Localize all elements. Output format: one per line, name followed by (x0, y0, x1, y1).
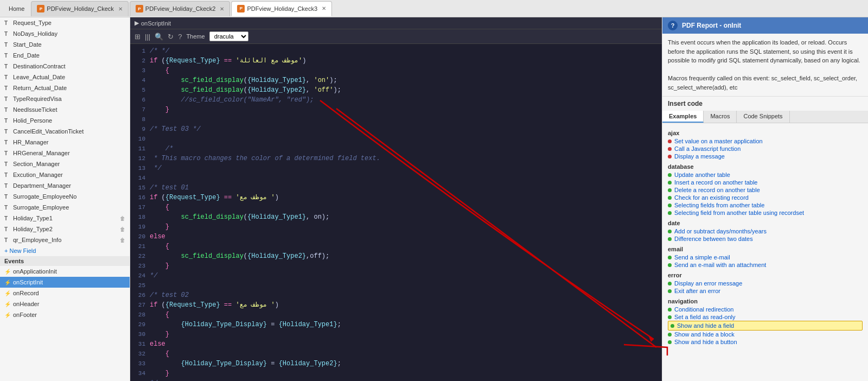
sidebar-field-Section_Manager[interactable]: T Section_Manager (0, 158, 130, 169)
example-set-value-master[interactable]: Set value on a master application (668, 137, 863, 145)
tab-2[interactable]: P PDFview_Holiday_Ckeck2 ✕ (130, 1, 231, 16)
sidebar-event-onHeader[interactable]: ⚡ onHeader (0, 299, 130, 309)
add-field-button[interactable]: + New Field (0, 245, 130, 256)
example-display-message[interactable]: Display a message (668, 153, 863, 160)
delete-field-icon[interactable]: 🗑 (120, 226, 125, 232)
help-badge[interactable]: ? (668, 21, 678, 30)
code-line-13: 13 */ (130, 163, 662, 173)
field-name: Surrogate_Employee (13, 204, 69, 211)
example-display-error[interactable]: Display an error message (668, 280, 863, 287)
sidebar-field-Holiday_Type1[interactable]: T Holiday_Type1 🗑 (0, 213, 130, 224)
example-update-table[interactable]: Update another table (668, 171, 863, 179)
event-icon: ⚡ (4, 290, 11, 296)
example-diff-dates[interactable]: Difference between two dates (668, 235, 863, 243)
panel-tab-macros[interactable]: Macros (704, 111, 737, 123)
sidebar-field-NeedIssueTicket[interactable]: T NeedIssueTicket (0, 104, 130, 115)
theme-select[interactable]: dracula default monokai (209, 31, 248, 41)
code-line-30: 30 } (130, 329, 662, 339)
toolbar-help-icon[interactable]: ? (178, 33, 182, 41)
sidebar-event-onFooter[interactable]: ⚡ onFooter (0, 309, 130, 320)
sidebar-field-Holiday_Type2[interactable]: T Holiday_Type2 🗑 (0, 224, 130, 234)
sidebar-field-HR_Manager[interactable]: T HR_Manager (0, 137, 130, 148)
event-name: onHeader (13, 301, 39, 307)
field-name: Leave_Actual_Date (13, 74, 65, 80)
example-select-fields[interactable]: Selecting fields from another table (668, 201, 863, 209)
sidebar-field-End_Date[interactable]: T End_Date (0, 50, 130, 61)
bullet-icon (668, 289, 672, 293)
bullet-icon (668, 155, 672, 158)
tab-close-2[interactable]: ✕ (220, 6, 224, 12)
example-send-simple-email[interactable]: Send a simple e-mail (668, 253, 863, 261)
category-navigation: navigation (668, 298, 863, 304)
example-add-subtract-dates[interactable]: Add or subtract days/months/years (668, 227, 863, 235)
example-exit-error[interactable]: Exit after an error (668, 287, 863, 295)
sidebar-field-HRGeneral_Manager[interactable]: T HRGeneral_Manager (0, 148, 130, 158)
example-label: Send an e-mail with an attachment (674, 262, 766, 268)
example-set-readonly[interactable]: Set a field as read-only (668, 313, 863, 321)
example-select-field-recordset[interactable]: Selecting field from another table using… (668, 209, 863, 217)
field-type-icon: T (4, 205, 11, 211)
example-delete-record[interactable]: Delete a record on another table (668, 186, 863, 194)
script-header-label: onScriptInit (141, 20, 171, 27)
sidebar-field-Leave_Actual_Date[interactable]: T Leave_Actual_Date (0, 72, 130, 82)
sidebar-field-NoDays_Holiday[interactable]: T NoDays_Holiday (0, 28, 130, 39)
example-show-hide-field[interactable]: Show and hide a field (668, 321, 863, 331)
code-editor[interactable]: 1 /* */ 2 if ({Request_Type} == 'موظف مع… (130, 44, 662, 381)
sidebar-event-onRecord[interactable]: ⚡ onRecord (0, 288, 130, 299)
example-label: Display a message (674, 153, 725, 160)
example-label: Show and hide a button (674, 339, 737, 345)
bullet-icon (668, 139, 672, 143)
tab-home[interactable]: Home (2, 1, 31, 16)
sidebar-field-qr_Employee_Info[interactable]: T qr_Employee_Info 🗑 (0, 234, 130, 245)
example-call-js[interactable]: Call a Javascript function (668, 145, 863, 153)
field-name: Holiday_Type2 (13, 226, 53, 232)
panel-tab-examples[interactable]: Examples (662, 111, 704, 123)
field-name: Holid_Persone (13, 117, 52, 124)
tab-3[interactable]: P PDFview_Holiday_Ckeck3 ✕ (231, 1, 332, 16)
tab-close-3[interactable]: ✕ (322, 5, 326, 11)
tab-close-1[interactable]: ✕ (118, 6, 123, 12)
field-type-icon: T (4, 118, 11, 124)
toolbar-grid-icon[interactable]: ⊞ (135, 33, 141, 41)
delete-field-icon[interactable]: 🗑 (120, 237, 125, 243)
sidebar-event-onApplicationInit[interactable]: ⚡ onApplicationInit (0, 266, 130, 277)
event-name: onRecord (13, 290, 39, 296)
bullet-icon (668, 196, 672, 200)
code-line-20: 20 else (130, 232, 662, 242)
sidebar-event-onScriptInit[interactable]: ⚡ onScriptInit (0, 277, 130, 288)
insert-code-label: Insert code (662, 97, 868, 111)
bullet-icon (668, 333, 672, 336)
bullet-icon (668, 147, 672, 151)
sidebar-field-Department_Manager[interactable]: T Department_Manager (0, 180, 130, 191)
field-type-icon: T (4, 226, 11, 232)
example-show-hide-button[interactable]: Show and hide a button (668, 338, 863, 346)
example-show-hide-block[interactable]: Show and hide a block (668, 331, 863, 338)
example-label: Call a Javascript function (674, 145, 741, 152)
tab-1[interactable]: P PDFview_Holiday_Ckeck ✕ (31, 1, 129, 16)
sidebar-field-Request_Type[interactable]: T Request_Type (0, 17, 130, 28)
sidebar-field-Excution_Manager[interactable]: T Excution_Manager (0, 169, 130, 180)
toolbar-search-icon[interactable]: 🔍 (155, 33, 163, 41)
sidebar-field-Surrogate_EmployeeNo[interactable]: T Surrogate_EmployeeNo (0, 191, 130, 202)
bullet-icon (668, 282, 672, 285)
sidebar-field-Start_Date[interactable]: T Start_Date (0, 39, 130, 50)
toolbar-bar-icon[interactable]: ||| (145, 33, 150, 41)
panel-tab-code-snippets[interactable]: Code Snippets (737, 111, 789, 123)
sidebar-field-Surrogate_Employee[interactable]: T Surrogate_Employee (0, 202, 130, 213)
code-line-9: 9 /* Test 03 */ (130, 124, 662, 134)
bullet-icon (668, 237, 672, 241)
example-conditional-redirect[interactable]: Conditional redirection (668, 306, 863, 313)
example-check-existing[interactable]: Check for an existing record (668, 194, 863, 201)
example-send-attachment-email[interactable]: Send an e-mail with an attachment (668, 261, 863, 269)
sidebar-field-Holid_Persone[interactable]: T Holid_Persone (0, 115, 130, 126)
right-panel-description: This event occurs when the application i… (662, 34, 868, 97)
toolbar-refresh-icon[interactable]: ↻ (168, 33, 174, 41)
sidebar-field-DestinationContract[interactable]: T DestinationContract (0, 61, 130, 72)
code-line-28: 28 { (130, 310, 662, 320)
example-insert-record[interactable]: Insert a record on another table (668, 179, 863, 186)
sidebar-field-Return_Actual_Date[interactable]: T Return_Actual_Date (0, 82, 130, 93)
sidebar-field-TypeRequiredVisa[interactable]: T TypeRequiredVisa (0, 93, 130, 104)
sidebar-field-CancelEdit_VacationTicket[interactable]: T CancelEdit_VacationTicket (0, 126, 130, 137)
delete-field-icon[interactable]: 🗑 (120, 215, 125, 221)
field-name: Department_Manager (13, 182, 71, 189)
